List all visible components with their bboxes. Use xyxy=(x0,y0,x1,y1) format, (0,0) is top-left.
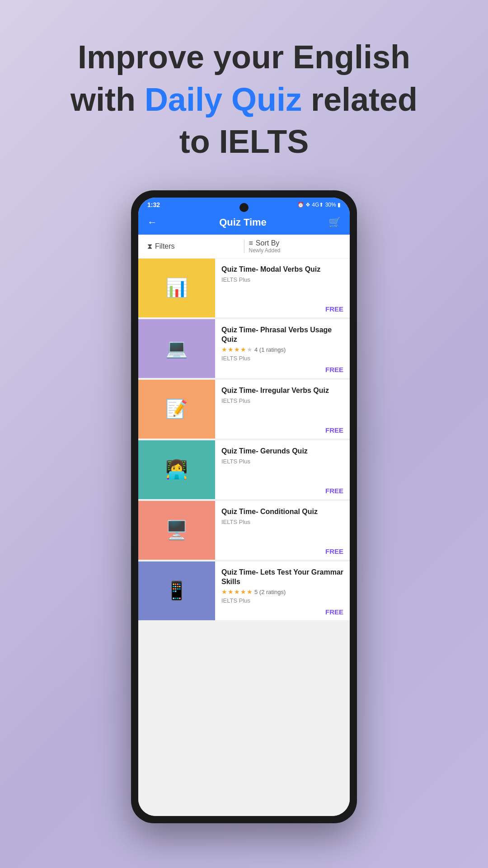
quiz-provider: IELTS Plus xyxy=(221,597,343,604)
list-item[interactable]: 🖥️ Quiz Time- Conditional Quiz IELTS Plu… xyxy=(138,501,350,560)
quiz-price: FREE xyxy=(221,305,343,313)
star-icon: ★ xyxy=(221,346,227,353)
star-icon: ★ xyxy=(240,346,246,353)
screen-title: Quiz Time xyxy=(219,217,267,228)
star-icon: ★ xyxy=(228,346,234,353)
headline-line2-suffix: related xyxy=(302,81,418,118)
rating-count: 4 (1 ratings) xyxy=(254,346,286,353)
stars: ★★★★★ xyxy=(221,588,253,595)
status-time: 1:32 xyxy=(147,201,160,208)
quiz-name: Quiz Time- Gerunds Quiz xyxy=(221,447,343,456)
sort-label: ≡ Sort By xyxy=(249,239,280,247)
sort-sub: Newly Added xyxy=(249,247,281,254)
headline-line3: to IELTS xyxy=(179,123,309,160)
quiz-price: FREE xyxy=(221,426,343,434)
star-icon: ★ xyxy=(247,588,253,595)
quiz-provider: IELTS Plus xyxy=(221,276,343,283)
quiz-info: Quiz Time- Lets Test Your Grammar Skills… xyxy=(215,561,350,620)
filter-icon: ⧗ xyxy=(147,242,152,250)
status-icons: ⏰ ❖ 4G⬆ 30% ▮ xyxy=(297,202,341,208)
quiz-price: FREE xyxy=(221,608,343,616)
quiz-price: FREE xyxy=(221,487,343,495)
rating-count: 5 (2 ratings) xyxy=(254,589,286,595)
cart-icon[interactable]: 🛒 xyxy=(328,217,341,228)
quiz-thumbnail: 📊 xyxy=(138,259,215,317)
thumb-icon: 📝 xyxy=(165,398,188,420)
star-icon: ★ xyxy=(228,588,234,595)
headline: Improve your English with Daily Quiz rel… xyxy=(43,36,445,163)
filter-bar: ⧗ Filters ≡ Sort By Newly Added xyxy=(138,235,350,259)
camera-notch xyxy=(239,203,249,212)
thumb-icon: 📱 xyxy=(165,580,188,601)
quiz-name: Quiz Time- Modal Verbs Quiz xyxy=(221,265,343,274)
quiz-info: Quiz Time- Irregular Verbs Quiz IELTS Pl… xyxy=(215,380,350,439)
quiz-info: Quiz Time- Gerunds Quiz IELTS Plus FREE xyxy=(215,440,350,499)
quiz-price: FREE xyxy=(221,366,343,373)
quiz-thumbnail: 📱 xyxy=(138,561,215,620)
quiz-name: Quiz Time- Irregular Verbs Quiz xyxy=(221,386,343,396)
star-icon: ★ xyxy=(240,588,246,595)
headline-line1: Improve your English xyxy=(78,39,410,75)
quiz-name: Quiz Time- Phrasal Verbs Usage Quiz xyxy=(221,326,343,344)
list-item[interactable]: 📱 Quiz Time- Lets Test Your Grammar Skil… xyxy=(138,561,350,620)
quiz-thumbnail: 💻 xyxy=(138,319,215,378)
list-item[interactable]: 💻 Quiz Time- Phrasal Verbs Usage Quiz ★★… xyxy=(138,319,350,378)
quiz-info: Quiz Time- Phrasal Verbs Usage Quiz ★★★★… xyxy=(215,319,350,378)
list-item[interactable]: 📊 Quiz Time- Modal Verbs Quiz IELTS Plus… xyxy=(138,259,350,317)
quiz-rating: ★★★★★ 4 (1 ratings) xyxy=(221,346,343,353)
quiz-thumbnail: 👩‍💻 xyxy=(138,440,215,499)
star-icon: ★ xyxy=(234,588,240,595)
quiz-name: Quiz Time- Conditional Quiz xyxy=(221,507,343,517)
phone-screen: 1:32 ⏰ ❖ 4G⬆ 30% ▮ ← Quiz Time 🛒 ⧗ Filte… xyxy=(138,198,350,816)
sort-section[interactable]: ≡ Sort By Newly Added xyxy=(249,239,341,254)
top-bar: ← Quiz Time 🛒 xyxy=(138,210,350,235)
thumb-icon: 💻 xyxy=(165,338,188,359)
list-item[interactable]: 📝 Quiz Time- Irregular Verbs Quiz IELTS … xyxy=(138,380,350,439)
quiz-price: FREE xyxy=(221,547,343,555)
back-icon[interactable]: ← xyxy=(147,217,157,228)
filter-divider xyxy=(244,240,244,253)
stars: ★★★★★ xyxy=(221,346,253,353)
star-icon: ★ xyxy=(221,588,227,595)
quiz-provider: IELTS Plus xyxy=(221,355,343,362)
thumb-icon: 🖥️ xyxy=(165,519,188,541)
filter-label: Filters xyxy=(155,242,175,250)
quiz-provider: IELTS Plus xyxy=(221,458,343,465)
headline-line2-prefix: with xyxy=(70,81,145,118)
quiz-rating: ★★★★★ 5 (2 ratings) xyxy=(221,588,343,595)
quiz-name: Quiz Time- Lets Test Your Grammar Skills xyxy=(221,568,343,587)
quiz-info: Quiz Time- Conditional Quiz IELTS Plus F… xyxy=(215,501,350,560)
quiz-provider: IELTS Plus xyxy=(221,519,343,525)
headline-highlight: Daily Quiz xyxy=(145,81,302,118)
star-icon: ★ xyxy=(247,346,253,353)
thumb-icon: 👩‍💻 xyxy=(165,459,188,480)
thumb-icon: 📊 xyxy=(165,277,188,298)
quiz-thumbnail: 🖥️ xyxy=(138,501,215,560)
quiz-list: 📊 Quiz Time- Modal Verbs Quiz IELTS Plus… xyxy=(138,259,350,816)
quiz-info: Quiz Time- Modal Verbs Quiz IELTS Plus F… xyxy=(215,259,350,317)
list-item[interactable]: 👩‍💻 Quiz Time- Gerunds Quiz IELTS Plus F… xyxy=(138,440,350,499)
sort-icon: ≡ xyxy=(249,239,253,247)
phone-device: 1:32 ⏰ ❖ 4G⬆ 30% ▮ ← Quiz Time 🛒 ⧗ Filte… xyxy=(131,190,357,823)
quiz-thumbnail: 📝 xyxy=(138,380,215,439)
filter-section[interactable]: ⧗ Filters xyxy=(147,242,239,250)
quiz-provider: IELTS Plus xyxy=(221,397,343,404)
star-icon: ★ xyxy=(234,346,240,353)
